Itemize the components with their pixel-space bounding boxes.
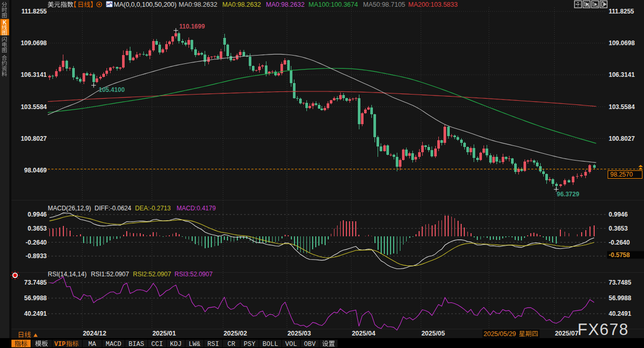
svg-text:103.5584: 103.5584	[21, 103, 47, 111]
svg-text:40.2491: 40.2491	[609, 310, 632, 317]
svg-text:0.9946: 0.9946	[28, 211, 47, 218]
svg-text:MA: MA	[88, 341, 97, 348]
svg-text:40.2491: 40.2491	[24, 310, 47, 317]
svg-text:105.4100: 105.4100	[99, 86, 125, 93]
svg-text:2025/04: 2025/04	[352, 330, 375, 337]
svg-text:RSI: RSI	[207, 341, 219, 348]
svg-text:109.0698: 109.0698	[609, 39, 635, 47]
svg-text:MACD:0.4179: MACD:0.4179	[177, 205, 216, 212]
svg-text:MA200:103.5833: MA200:103.5833	[408, 1, 458, 8]
svg-text:2025/01: 2025/01	[152, 330, 176, 337]
svg-text:MA100:100.3674: MA100:100.3674	[308, 1, 358, 8]
svg-text:BOLL: BOLL	[262, 341, 278, 348]
svg-text:2025/05: 2025/05	[421, 330, 445, 337]
svg-text:LW&: LW&	[189, 341, 200, 348]
svg-text:56.9988: 56.9988	[24, 295, 47, 302]
svg-text:100.8027: 100.8027	[21, 135, 47, 142]
svg-text:MA0:98.2632: MA0:98.2632	[179, 1, 217, 8]
svg-text:111.8255: 111.8255	[609, 8, 634, 15]
svg-text:K: K	[3, 19, 7, 25]
svg-text:2024/12: 2024/12	[83, 330, 106, 337]
svg-text:MACD: MACD	[105, 341, 121, 348]
svg-text:-0.2640: -0.2640	[25, 239, 47, 246]
svg-text:CCI: CCI	[151, 341, 163, 348]
svg-text:2025/03: 2025/03	[287, 330, 311, 337]
svg-text:110.1699: 110.1699	[179, 23, 205, 30]
svg-text:106.3141: 106.3141	[21, 71, 47, 78]
svg-text:100.8027: 100.8027	[609, 135, 635, 142]
svg-text:0.3653: 0.3653	[28, 225, 47, 232]
svg-text:VOL: VOL	[285, 341, 297, 348]
svg-text:KDJ: KDJ	[170, 341, 182, 348]
svg-text:98.0469: 98.0469	[24, 167, 47, 174]
svg-text:-0.2640: -0.2640	[609, 239, 630, 246]
svg-text:RSI1:52.0907: RSI1:52.0907	[91, 271, 129, 278]
svg-text:MA(0,0,0,100,50,200): MA(0,0,0,100,50,200)	[114, 1, 177, 8]
svg-text:0.9946: 0.9946	[609, 211, 628, 218]
svg-text:OBV: OBV	[304, 341, 316, 348]
svg-text:DIFF:-0.0624: DIFF:-0.0624	[95, 205, 131, 212]
svg-text:-0.8933: -0.8933	[25, 252, 47, 260]
svg-text:106.3141: 106.3141	[609, 71, 635, 78]
svg-text:96.3729: 96.3729	[557, 191, 580, 198]
svg-text:CR: CR	[227, 341, 236, 348]
svg-text:BIAS: BIAS	[128, 341, 144, 348]
svg-text:VIP: VIP	[55, 341, 66, 348]
svg-text:MA50:98.7105: MA50:98.7105	[363, 1, 405, 8]
svg-text:-0.5758: -0.5758	[609, 251, 630, 259]
svg-text:2025/02: 2025/02	[223, 330, 247, 337]
svg-text:73.7485: 73.7485	[609, 279, 632, 286]
svg-text:56.9988: 56.9988	[609, 295, 632, 302]
svg-text:111.8255: 111.8255	[21, 8, 47, 15]
svg-text:RSI(14,14,14): RSI(14,14,14)	[48, 271, 87, 278]
svg-text:RSI2:52.0907: RSI2:52.0907	[133, 271, 171, 278]
svg-text:FX678: FX678	[578, 320, 629, 339]
svg-text:RSI3:52.0907: RSI3:52.0907	[175, 271, 213, 278]
svg-text:DEA:-0.2713: DEA:-0.2713	[135, 205, 171, 212]
svg-text:MA0:98.2632: MA0:98.2632	[222, 1, 261, 8]
svg-text:MA0:98.2632: MA0:98.2632	[266, 1, 304, 8]
svg-text:PSY: PSY	[244, 341, 256, 348]
svg-text:98.2570: 98.2570	[610, 171, 633, 178]
svg-text:2025/05/29: 2025/05/29	[484, 330, 516, 338]
svg-text:73.7485: 73.7485	[24, 279, 47, 286]
svg-text:109.0698: 109.0698	[21, 39, 47, 47]
svg-text:2025/07: 2025/07	[555, 330, 578, 337]
svg-text:103.5584: 103.5584	[609, 103, 635, 111]
svg-text:MACD(26,12,9): MACD(26,12,9)	[48, 205, 91, 212]
svg-text:0.3653: 0.3653	[609, 225, 628, 232]
